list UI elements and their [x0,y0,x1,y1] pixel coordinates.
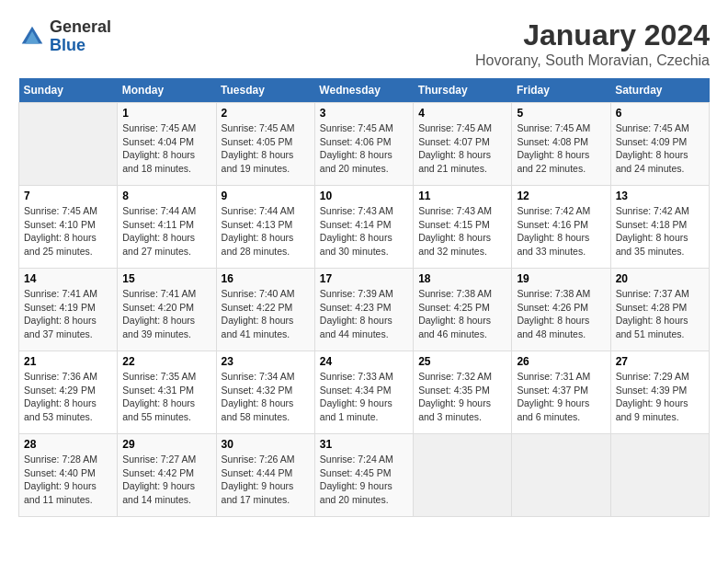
day-cell: 28 Sunrise: 7:28 AM Sunset: 4:40 PM Dayl… [19,434,118,517]
day-info: Sunrise: 7:39 AM Sunset: 4:23 PM Dayligh… [320,287,408,341]
day-number: 8 [122,190,210,202]
day-info: Sunrise: 7:24 AM Sunset: 4:45 PM Dayligh… [320,453,408,507]
day-info: Sunrise: 7:45 AM Sunset: 4:09 PM Dayligh… [616,121,704,176]
title-block: January 2024 Hovorany, South Moravian, C… [475,18,710,69]
day-info: Sunrise: 7:34 AM Sunset: 4:32 PM Dayligh… [222,370,310,424]
day-number: 10 [320,190,408,202]
day-number: 12 [517,190,605,202]
day-info: Sunrise: 7:44 AM Sunset: 4:13 PM Dayligh… [222,204,310,259]
day-cell: 23 Sunrise: 7:34 AM Sunset: 4:32 PM Dayl… [216,351,314,434]
week-row-1: 1 Sunrise: 7:45 AM Sunset: 4:04 PM Dayli… [19,103,710,186]
day-number: 21 [24,355,112,368]
day-cell: 4 Sunrise: 7:45 AM Sunset: 4:07 PM Dayli… [414,103,512,186]
day-cell: 24 Sunrise: 7:33 AM Sunset: 4:34 PM Dayl… [314,351,413,434]
logo: General Blue [18,18,111,55]
day-number: 5 [517,107,605,120]
day-info: Sunrise: 7:45 AM Sunset: 4:04 PM Dayligh… [122,121,210,176]
day-number: 29 [122,438,210,451]
day-number: 3 [320,107,408,120]
day-number: 7 [24,190,112,202]
day-number: 14 [24,272,112,285]
day-header-tuesday: Tuesday [216,78,314,103]
day-number: 30 [222,438,310,451]
day-header-wednesday: Wednesday [314,78,413,103]
day-number: 28 [24,438,112,451]
day-info: Sunrise: 7:45 AM Sunset: 4:08 PM Dayligh… [517,121,605,176]
day-info: Sunrise: 7:33 AM Sunset: 4:34 PM Dayligh… [320,370,408,424]
day-cell: 26 Sunrise: 7:31 AM Sunset: 4:37 PM Dayl… [512,351,610,434]
week-row-4: 21 Sunrise: 7:36 AM Sunset: 4:29 PM Dayl… [19,351,710,434]
day-number: 18 [418,272,506,285]
day-number: 4 [418,107,506,120]
day-cell: 18 Sunrise: 7:38 AM Sunset: 4:25 PM Dayl… [414,269,512,351]
day-cell: 12 Sunrise: 7:42 AM Sunset: 4:16 PM Dayl… [512,186,610,269]
day-cell: 29 Sunrise: 7:27 AM Sunset: 4:42 PM Dayl… [118,434,216,517]
day-cell: 27 Sunrise: 7:29 AM Sunset: 4:39 PM Dayl… [610,351,709,434]
day-number: 23 [222,355,310,368]
day-cell: 31 Sunrise: 7:24 AM Sunset: 4:45 PM Dayl… [314,434,413,517]
day-number: 13 [616,190,704,202]
day-info: Sunrise: 7:38 AM Sunset: 4:25 PM Dayligh… [418,287,506,341]
day-cell: 25 Sunrise: 7:32 AM Sunset: 4:35 PM Dayl… [414,351,512,434]
day-cell: 6 Sunrise: 7:45 AM Sunset: 4:09 PM Dayli… [610,103,709,186]
day-number: 1 [122,107,210,120]
day-number: 20 [616,272,704,285]
day-cell: 20 Sunrise: 7:37 AM Sunset: 4:28 PM Dayl… [610,269,709,351]
day-info: Sunrise: 7:38 AM Sunset: 4:26 PM Dayligh… [517,287,605,341]
day-info: Sunrise: 7:27 AM Sunset: 4:42 PM Dayligh… [122,453,210,507]
header-row: SundayMondayTuesdayWednesdayThursdayFrid… [19,78,710,103]
day-cell: 19 Sunrise: 7:38 AM Sunset: 4:26 PM Dayl… [512,269,610,351]
day-info: Sunrise: 7:36 AM Sunset: 4:29 PM Dayligh… [24,370,112,424]
day-info: Sunrise: 7:40 AM Sunset: 4:22 PM Dayligh… [222,287,310,341]
page-subtitle: Hovorany, South Moravian, Czechia [475,52,710,69]
day-cell: 5 Sunrise: 7:45 AM Sunset: 4:08 PM Dayli… [512,103,610,186]
day-info: Sunrise: 7:35 AM Sunset: 4:31 PM Dayligh… [122,370,210,424]
page-title: January 2024 [475,18,710,52]
day-cell: 30 Sunrise: 7:26 AM Sunset: 4:44 PM Dayl… [216,434,314,517]
day-info: Sunrise: 7:43 AM Sunset: 4:15 PM Dayligh… [418,204,506,259]
day-info: Sunrise: 7:45 AM Sunset: 4:05 PM Dayligh… [222,121,310,176]
logo-text: General Blue [50,18,111,55]
day-cell: 10 Sunrise: 7:43 AM Sunset: 4:14 PM Dayl… [314,186,413,269]
calendar-table: SundayMondayTuesdayWednesdayThursdayFrid… [18,78,710,517]
week-row-5: 28 Sunrise: 7:28 AM Sunset: 4:40 PM Dayl… [19,434,710,517]
day-number: 31 [320,438,408,451]
day-cell: 3 Sunrise: 7:45 AM Sunset: 4:06 PM Dayli… [314,103,413,186]
day-info: Sunrise: 7:43 AM Sunset: 4:14 PM Dayligh… [320,204,408,259]
day-header-monday: Monday [118,78,216,103]
day-info: Sunrise: 7:42 AM Sunset: 4:16 PM Dayligh… [517,204,605,259]
day-number: 27 [616,355,704,368]
day-cell: 11 Sunrise: 7:43 AM Sunset: 4:15 PM Dayl… [414,186,512,269]
day-number: 11 [418,190,506,202]
week-row-2: 7 Sunrise: 7:45 AM Sunset: 4:10 PM Dayli… [19,186,710,269]
day-cell: 9 Sunrise: 7:44 AM Sunset: 4:13 PM Dayli… [216,186,314,269]
day-info: Sunrise: 7:37 AM Sunset: 4:28 PM Dayligh… [616,287,704,341]
day-cell: 17 Sunrise: 7:39 AM Sunset: 4:23 PM Dayl… [314,269,413,351]
day-cell: 15 Sunrise: 7:41 AM Sunset: 4:20 PM Dayl… [118,269,216,351]
day-cell: 7 Sunrise: 7:45 AM Sunset: 4:10 PM Dayli… [19,186,118,269]
day-number: 19 [517,272,605,285]
day-info: Sunrise: 7:44 AM Sunset: 4:11 PM Dayligh… [122,204,210,259]
day-cell: 14 Sunrise: 7:41 AM Sunset: 4:19 PM Dayl… [19,269,118,351]
day-number: 6 [616,107,704,120]
day-number: 2 [222,107,310,120]
week-row-3: 14 Sunrise: 7:41 AM Sunset: 4:19 PM Dayl… [19,269,710,351]
day-cell [610,434,709,517]
day-header-sunday: Sunday [19,78,118,103]
logo-icon [18,23,46,51]
day-cell: 1 Sunrise: 7:45 AM Sunset: 4:04 PM Dayli… [118,103,216,186]
day-number: 17 [320,272,408,285]
day-cell: 8 Sunrise: 7:44 AM Sunset: 4:11 PM Dayli… [118,186,216,269]
day-info: Sunrise: 7:28 AM Sunset: 4:40 PM Dayligh… [24,453,112,507]
day-info: Sunrise: 7:26 AM Sunset: 4:44 PM Dayligh… [222,453,310,507]
day-header-thursday: Thursday [414,78,512,103]
day-info: Sunrise: 7:32 AM Sunset: 4:35 PM Dayligh… [418,370,506,424]
day-cell: 22 Sunrise: 7:35 AM Sunset: 4:31 PM Dayl… [118,351,216,434]
day-info: Sunrise: 7:45 AM Sunset: 4:07 PM Dayligh… [418,121,506,176]
day-info: Sunrise: 7:45 AM Sunset: 4:10 PM Dayligh… [24,204,112,259]
day-number: 25 [418,355,506,368]
day-info: Sunrise: 7:31 AM Sunset: 4:37 PM Dayligh… [517,370,605,424]
day-info: Sunrise: 7:41 AM Sunset: 4:19 PM Dayligh… [24,287,112,341]
day-number: 22 [122,355,210,368]
day-header-saturday: Saturday [610,78,709,103]
